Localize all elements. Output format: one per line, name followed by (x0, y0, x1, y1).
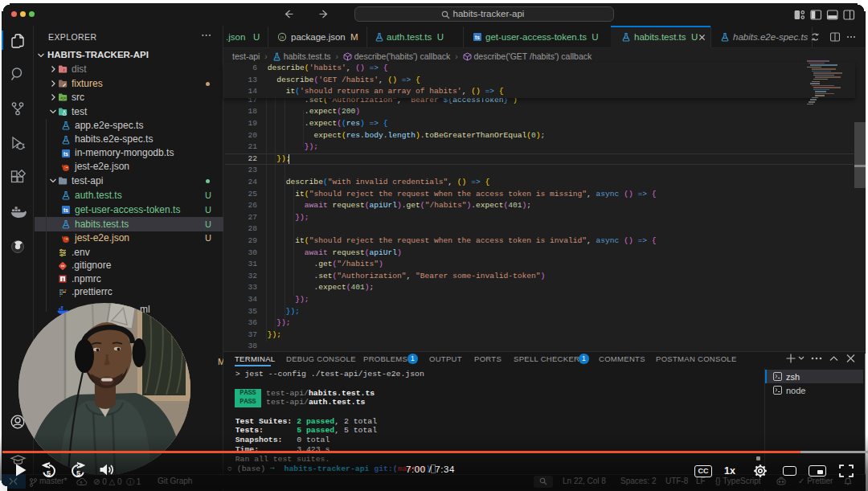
svg-text:5: 5 (47, 469, 51, 477)
svg-text:<>: <> (60, 96, 67, 101)
svg-text:ts: ts (63, 151, 68, 157)
svg-text:ts: ts (63, 207, 68, 213)
svg-text:js: js (280, 35, 284, 39)
svg-text:ts: ts (475, 35, 480, 40)
svg-text:5: 5 (76, 469, 80, 477)
